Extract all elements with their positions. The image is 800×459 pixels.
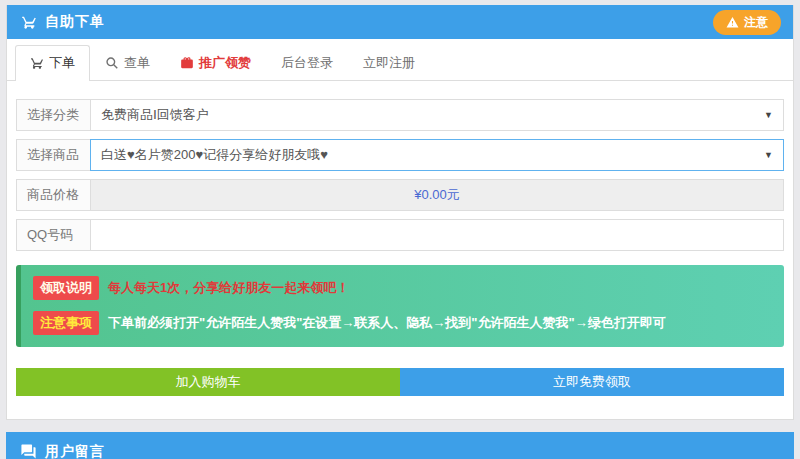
page: 自助下单 注意 下单 查单 — [0, 0, 800, 459]
claim-info-badge: 领取说明 — [33, 276, 99, 300]
tab-promo-likes-label: 推广领赞 — [199, 54, 251, 72]
category-row: 选择分类 免费商品Ⅰ回馈客户 ▼ — [16, 99, 784, 131]
price-label: 商品价格 — [16, 179, 90, 211]
category-selected-value: 免费商品Ⅰ回馈客户 — [101, 106, 756, 124]
order-panel: 自助下单 注意 下单 查单 — [6, 5, 794, 420]
order-panel-header: 自助下单 注意 — [7, 5, 793, 39]
category-label: 选择分类 — [16, 99, 90, 131]
product-selected-value: 白送♥名片赞200♥记得分享给好朋友哦♥ — [101, 146, 756, 164]
tab-order-label: 下单 — [49, 54, 75, 72]
search-icon — [105, 56, 119, 70]
cart-icon — [21, 14, 37, 30]
alert-box: 领取说明 每人每天1次，分享给好朋友一起来领吧！ 注意事项 下单前必须打开"允许… — [16, 265, 784, 347]
tab-admin-login[interactable]: 后台登录 — [266, 45, 348, 81]
tab-register-label: 立即注册 — [363, 54, 415, 72]
product-select[interactable]: 白送♥名片赞200♥记得分享给好朋友哦♥ ▼ — [90, 139, 784, 171]
notice-text: 下单前必须打开"允许陌生人赞我"在设置→联系人、隐私→找到"允许陌生人赞我"→绿… — [108, 314, 666, 332]
qq-label: QQ号码 — [16, 219, 90, 251]
warning-icon — [726, 16, 739, 29]
notice-line: 注意事项 下单前必须打开"允许陌生人赞我"在设置→联系人、隐私→找到"允许陌生人… — [33, 311, 772, 335]
user-comments-header: 用户留言 — [6, 432, 794, 459]
qq-input[interactable] — [90, 219, 784, 251]
product-row: 选择商品 白送♥名片赞200♥记得分享给好朋友哦♥ ▼ — [16, 139, 784, 171]
tab-admin-login-label: 后台登录 — [281, 54, 333, 72]
tab-check-order-label: 查单 — [124, 54, 150, 72]
chevron-down-icon: ▼ — [764, 150, 773, 160]
order-form: 选择分类 免费商品Ⅰ回馈客户 ▼ 选择商品 白送♥名片赞200♥记得分享给好朋友… — [7, 81, 793, 419]
claim-free-button[interactable]: 立即免费领取 — [400, 368, 784, 396]
user-comments-title: 用户留言 — [45, 443, 105, 459]
tab-bar: 下单 查单 推广领赞 后台登录 立即注册 — [7, 39, 793, 81]
chat-icon — [20, 443, 37, 459]
category-select[interactable]: 免费商品Ⅰ回馈客户 ▼ — [90, 99, 784, 131]
gift-icon — [180, 56, 194, 70]
page-title: 自助下单 — [45, 13, 105, 31]
qq-row: QQ号码 — [16, 219, 784, 251]
action-buttons: 加入购物车 立即免费领取 — [16, 368, 784, 396]
claim-info-text: 每人每天1次，分享给好朋友一起来领吧！ — [108, 279, 349, 297]
add-to-cart-button[interactable]: 加入购物车 — [16, 368, 400, 396]
notice-button[interactable]: 注意 — [713, 10, 781, 35]
notice-badge: 注意事项 — [33, 311, 99, 335]
tab-promo-likes[interactable]: 推广领赞 — [165, 45, 266, 81]
notice-label: 注意 — [744, 14, 768, 31]
product-label: 选择商品 — [16, 139, 90, 171]
cart-icon — [30, 56, 44, 70]
chevron-down-icon: ▼ — [764, 110, 773, 120]
price-value: ¥0.00元 — [90, 179, 784, 211]
tab-order[interactable]: 下单 — [15, 45, 90, 81]
tab-register[interactable]: 立即注册 — [348, 45, 430, 81]
claim-info-line: 领取说明 每人每天1次，分享给好朋友一起来领吧！ — [33, 276, 772, 300]
tab-check-order[interactable]: 查单 — [90, 45, 165, 81]
price-row: 商品价格 ¥0.00元 — [16, 179, 784, 211]
